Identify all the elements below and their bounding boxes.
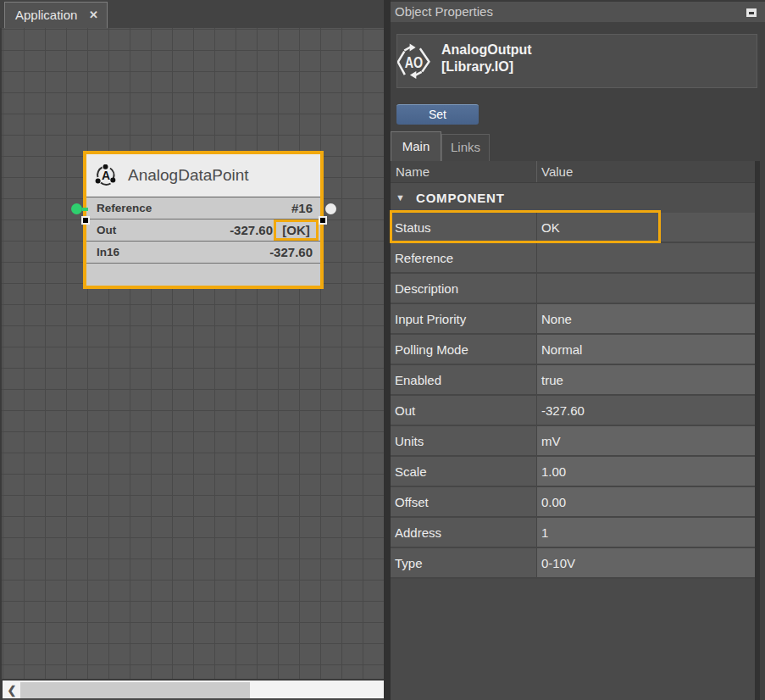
svg-text:A: A <box>102 169 110 182</box>
svg-text:AO: AO <box>405 53 424 71</box>
